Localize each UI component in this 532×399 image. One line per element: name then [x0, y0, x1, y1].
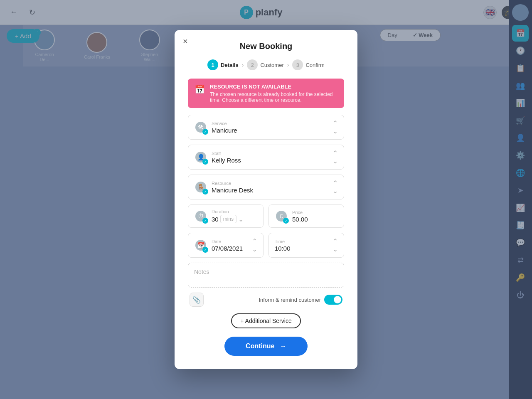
staff-field[interactable]: 👤 ✓ Staff Kelly Ross ⌃⌄ [188, 145, 344, 170]
staff-label: Staff [212, 151, 241, 156]
step-2-circle: 2 [247, 59, 258, 70]
staff-check-icon: ✓ [202, 159, 208, 165]
price-check-icon: ✓ [283, 218, 289, 224]
duration-unit: mins [220, 215, 236, 223]
date-icon-wrap: 📆 ✓ [194, 239, 207, 252]
resource-icon-wrap: 🪑 ✓ [194, 180, 207, 194]
resource-unavailable-alert: 📅 RESOURCE IS NOT AVAILABLE The chosen r… [188, 79, 344, 108]
service-label: Service [212, 121, 237, 126]
step-customer: 2 Customer [247, 59, 283, 70]
attach-button[interactable]: 📎 [190, 293, 204, 307]
duration-price-row: ⏱ ✓ Duration 30 mins ⌄ [188, 204, 344, 228]
step-2-label: Customer [260, 62, 283, 68]
remind-label: Inform & remind customer [259, 297, 321, 303]
step-3-label: Confirm [305, 62, 325, 68]
staff-chevron-icon: ⌃⌄ [332, 149, 338, 165]
duration-field[interactable]: ⏱ ✓ Duration 30 mins ⌄ [188, 204, 264, 228]
duration-icon-wrap: ⏱ ✓ [194, 209, 207, 223]
alert-title: RESOURCE IS NOT AVAILABLE [210, 84, 337, 90]
date-chevron-icon: ⌃⌄ [252, 237, 257, 253]
step-arrow-1: › [242, 62, 244, 68]
resource-value: Manicure Desk [212, 187, 253, 194]
date-field[interactable]: 📆 ✓ Date 07/08/2021 ⌃⌄ [188, 233, 264, 258]
time-label: Time [275, 239, 291, 244]
service-field[interactable]: 🛠 ✓ Service Manicure ⌃⌄ [188, 115, 344, 140]
resource-check-icon: ✓ [202, 189, 208, 195]
staff-value: Kelly Ross [212, 157, 241, 164]
close-button[interactable]: × [183, 37, 188, 46]
date-time-row: 📆 ✓ Date 07/08/2021 ⌃⌄ Time 10:00 [188, 233, 344, 258]
price-icon-wrap: £ ✓ [275, 209, 288, 223]
duration-check-icon: ✓ [202, 218, 208, 224]
continue-button[interactable]: Continue → [224, 337, 308, 356]
date-label: Date [212, 239, 243, 244]
modal-title: New Booking [188, 42, 344, 51]
duration-dropdown-button[interactable]: ⌄ [238, 215, 244, 223]
bottom-actions-row: 📎 Inform & remind customer [188, 293, 344, 307]
date-value: 07/08/2021 [212, 245, 243, 252]
continue-arrow-icon: → [280, 342, 286, 350]
alert-text: The chosen resource is already booked fo… [210, 91, 337, 103]
date-check-icon: ✓ [202, 247, 208, 253]
notes-placeholder: Notes [194, 268, 209, 275]
step-1-label: Details [221, 62, 239, 68]
price-label: Price [292, 210, 308, 215]
toggle-knob [334, 296, 341, 303]
service-check-icon: ✓ [202, 129, 208, 135]
step-arrow-2: › [287, 62, 289, 68]
staff-icon-wrap: 👤 ✓ [194, 150, 207, 164]
service-value: Manicure [212, 127, 237, 134]
resource-label: Resource [212, 181, 253, 186]
resource-field[interactable]: 🪑 ✓ Resource Manicure Desk ⌃⌄ [188, 175, 344, 200]
time-chevron-icon: ⌃⌄ [332, 237, 338, 253]
duration-label: Duration [212, 209, 244, 214]
step-1-circle: 1 [207, 59, 218, 70]
time-value: 10:00 [275, 245, 291, 252]
price-value: 50.00 [292, 216, 308, 223]
resource-chevron-icon: ⌃⌄ [332, 179, 338, 195]
notes-area[interactable]: Notes [188, 263, 344, 288]
modal-overlay: × New Booking 1 Details › 2 Customer › 3… [0, 0, 532, 399]
step-details: 1 Details [207, 59, 239, 70]
remind-toggle[interactable] [324, 295, 342, 305]
price-field[interactable]: £ ✓ Price 50.00 [268, 204, 344, 228]
time-field[interactable]: Time 10:00 ⌃⌄ [268, 233, 344, 258]
stepper: 1 Details › 2 Customer › 3 Confirm [188, 59, 344, 70]
step-3-circle: 3 [292, 59, 303, 70]
step-confirm: 3 Confirm [292, 59, 325, 70]
service-icon-wrap: 🛠 ✓ [194, 121, 207, 134]
alert-icon: 📅 [195, 84, 205, 94]
additional-service-button[interactable]: + Additional Service [231, 313, 300, 328]
service-chevron-icon: ⌃⌄ [332, 119, 338, 135]
duration-value: 30 [212, 216, 219, 223]
new-booking-modal: × New Booking 1 Details › 2 Customer › 3… [175, 30, 357, 369]
